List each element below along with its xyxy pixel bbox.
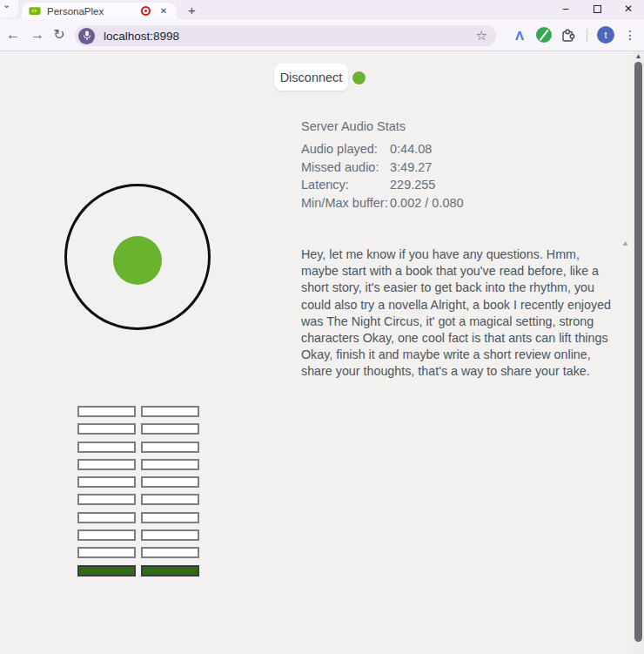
- buffer-cell: [77, 512, 136, 523]
- stat-value: 0:44.08: [390, 142, 432, 160]
- buffer-cell: [141, 442, 199, 453]
- address-bar[interactable]: localhost:8998 ☆: [75, 25, 496, 46]
- extension-green-button[interactable]: [533, 24, 554, 45]
- server-audio-stats-title: Server Audio Stats: [301, 119, 406, 133]
- chevron-down-icon: ⌄: [3, 0, 10, 10]
- buffer-cell: [141, 547, 199, 558]
- extensions-menu-button[interactable]: [558, 24, 579, 45]
- audio-level-dot: [113, 236, 162, 285]
- maximize-icon: [594, 5, 601, 13]
- microphone-icon: [83, 30, 91, 41]
- page-scrollbar[interactable]: ▲: [633, 51, 644, 654]
- audio-buffer-grid: [77, 406, 199, 576]
- buffer-cell: [77, 529, 136, 541]
- server-audio-stats: Audio played: 0:44.08 Missed audio: 3:49…: [301, 142, 464, 213]
- buffer-cell: [77, 442, 136, 453]
- scrollbar-thumb[interactable]: [634, 62, 642, 642]
- extension-arrow-button[interactable]: Λ: [509, 24, 530, 45]
- arrow-extension-icon: Λ: [515, 28, 524, 43]
- url-text[interactable]: localhost:8998: [104, 30, 476, 43]
- toolbar-divider: [587, 29, 587, 42]
- stat-label: Latency:: [301, 178, 390, 196]
- buffer-cell: [77, 494, 136, 505]
- buffer-cell: [141, 459, 199, 470]
- stat-row-missed-audio: Missed audio: 3:49.27: [301, 160, 464, 179]
- buffer-cell: [141, 494, 199, 505]
- stat-label: Audio played:: [301, 142, 390, 160]
- minimize-button[interactable]: –: [550, 0, 581, 17]
- stat-value: 0.002 / 0.080: [390, 196, 464, 214]
- window-close-button[interactable]: ✕: [613, 0, 644, 17]
- buffer-cell: [141, 476, 199, 488]
- recording-indicator-icon: [141, 6, 151, 16]
- green-extension-icon: [536, 27, 552, 43]
- tab-close-icon[interactable]: ✕: [158, 6, 170, 16]
- bookmark-star-icon[interactable]: ☆: [476, 28, 487, 44]
- browser-toolbar: ← → ↻ localhost:8998 ☆ Λ t ⋮: [0, 19, 644, 51]
- profile-button[interactable]: t: [595, 24, 616, 45]
- tab-title: PersonaPlex: [47, 6, 141, 17]
- buffer-cell: [77, 476, 136, 488]
- disconnect-button[interactable]: Disconnect: [274, 64, 348, 91]
- back-button[interactable]: ←: [3, 24, 23, 45]
- buffer-cell: [141, 512, 199, 523]
- stat-row-audio-played: Audio played: 0:44.08: [301, 142, 464, 160]
- more-vert-icon: ⋮: [624, 28, 636, 42]
- reload-button[interactable]: ↻: [49, 24, 70, 45]
- new-tab-button[interactable]: +: [184, 2, 200, 18]
- browser-tab-strip: ⌄ PersonaPlex ✕ + – ✕: [0, 0, 644, 19]
- stat-row-minmax-buffer: Min/Max buffer: 0.002 / 0.080: [301, 196, 464, 214]
- stat-value: 3:49.27: [390, 160, 432, 179]
- stat-value: 229.255: [390, 178, 435, 196]
- maximize-button[interactable]: [581, 0, 613, 17]
- buffer-cell: [141, 565, 199, 576]
- buffer-cell: [77, 565, 136, 576]
- tab-search-button[interactable]: ⌄: [0, 0, 18, 17]
- forward-button[interactable]: →: [27, 24, 48, 45]
- buffer-cell: [77, 459, 136, 470]
- buffer-cell: [77, 423, 136, 435]
- transcript-scroll-up-icon[interactable]: ▲: [621, 239, 629, 247]
- connection-status-dot: [352, 71, 366, 84]
- buffer-cell: [141, 406, 199, 417]
- scrollbar-up-arrow[interactable]: ▲: [633, 52, 644, 60]
- window-controls: – ✕: [550, 0, 644, 19]
- page-content: Disconnect Server Audio Stats Audio play…: [0, 51, 644, 654]
- buffer-cell: [141, 529, 199, 541]
- browser-menu-button[interactable]: ⋮: [620, 24, 641, 45]
- avatar: t: [597, 26, 614, 44]
- puzzle-icon: [560, 27, 576, 43]
- transcript-text-area[interactable]: Hey, let me know if you have any questio…: [301, 246, 620, 381]
- buffer-cell: [77, 406, 136, 417]
- nvidia-favicon-icon: [29, 6, 41, 16]
- browser-tab[interactable]: PersonaPlex ✕: [22, 3, 177, 19]
- stat-row-latency: Latency: 229.255: [301, 178, 464, 196]
- mic-permission-icon[interactable]: [78, 28, 95, 44]
- stat-label: Missed audio:: [301, 160, 390, 179]
- buffer-cell: [77, 547, 136, 558]
- stat-label: Min/Max buffer:: [301, 196, 390, 214]
- buffer-cell: [141, 423, 199, 435]
